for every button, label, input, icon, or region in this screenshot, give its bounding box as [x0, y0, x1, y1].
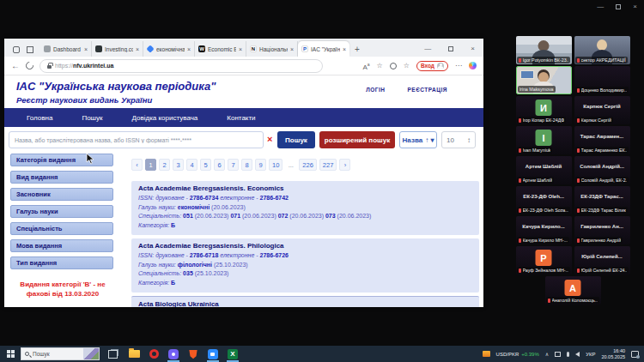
- taskbar-app-viber[interactable]: [167, 347, 179, 361]
- participant-tile[interactable]: IIvan Maryniuk: [516, 126, 572, 154]
- participant-tile[interactable]: Доценко Володимир...: [574, 66, 630, 94]
- pagination-item[interactable]: ...: [285, 159, 296, 171]
- advanced-search-button[interactable]: розширений пошук: [319, 131, 395, 148]
- taskbar-app-brave[interactable]: [187, 347, 199, 361]
- result-title[interactable]: Acta Academiae Beregsasiensis. Philologi…: [138, 242, 472, 250]
- pagination-item[interactable]: 8: [241, 159, 252, 171]
- refresh-icon[interactable]: [24, 60, 35, 71]
- participant-tile[interactable]: Артем ШаблійАртем Шаблій: [516, 156, 572, 184]
- browser-minimize-icon[interactable]: —: [424, 45, 431, 52]
- taskbar-app-file-explorer[interactable]: [128, 347, 140, 361]
- copilot-icon[interactable]: [469, 62, 477, 69]
- browser-tab[interactable]: Dashboard - S×: [40, 41, 92, 57]
- browser-tab[interactable]: економічна е×: [143, 41, 195, 57]
- tab-close-icon[interactable]: ×: [84, 46, 88, 52]
- pagination-item[interactable]: 226: [299, 159, 317, 171]
- filter-button[interactable]: Спеціальність: [10, 222, 113, 235]
- tab-close-icon[interactable]: ×: [239, 46, 242, 52]
- tab-close-icon[interactable]: ×: [187, 46, 191, 52]
- maximize-icon[interactable]: [616, 4, 621, 9]
- result-title[interactable]: Acta Academiae Beregsasiensis. Economics: [138, 184, 472, 192]
- browser-close-icon[interactable]: ×: [471, 45, 475, 52]
- participant-tile[interactable]: ИІгор Копар ЕК-24ДФ: [516, 96, 572, 124]
- pagination-item[interactable]: 227: [319, 159, 337, 171]
- pagination-item[interactable]: 6: [214, 159, 225, 171]
- browser-tab[interactable]: WEconomic Effic×: [195, 41, 246, 57]
- browser-restore-icon[interactable]: [448, 46, 453, 51]
- close-icon[interactable]: ×: [633, 3, 637, 11]
- taskbar-app-opera[interactable]: [148, 347, 160, 361]
- participant-tile[interactable]: Гавриленко Ан...Гавриленко Андрій: [574, 216, 630, 244]
- login-link[interactable]: ЛОГІН: [366, 87, 385, 93]
- display-icon[interactable]: [555, 352, 561, 357]
- pagination-item[interactable]: 4: [186, 159, 197, 171]
- filter-button[interactable]: Мова видання: [10, 239, 113, 252]
- filter-button[interactable]: Тип видання: [10, 256, 113, 269]
- filter-button[interactable]: Галузь науки: [10, 205, 113, 218]
- result-title[interactable]: Acta Biologica Ukrainica: [138, 300, 472, 307]
- language-indicator[interactable]: УКР: [586, 352, 595, 357]
- notification-center-icon[interactable]: [631, 351, 639, 358]
- browser-tab[interactable]: NНаціональний×: [246, 41, 298, 57]
- profile-signin-button[interactable]: Вход: [416, 61, 448, 71]
- participant-tile[interactable]: сектор АКРЕДИТАЦІЇ: [574, 36, 630, 64]
- participant-tile[interactable]: PРауф Зейналов МН-...: [516, 246, 572, 275]
- settings-menu-icon[interactable]: ⋯: [455, 62, 462, 70]
- pagination-item[interactable]: ‹: [131, 159, 143, 171]
- participant-tile[interactable]: AАнатолій Коломоєць...: [545, 276, 601, 305]
- extensions-icon[interactable]: [390, 63, 397, 69]
- favorite-star-icon[interactable]: ☆: [377, 62, 383, 70]
- pagination-item[interactable]: 7: [228, 159, 239, 171]
- participant-tile[interactable]: Irina Maksymova: [516, 66, 572, 94]
- nav-item[interactable]: Довідка користувача: [132, 114, 198, 122]
- register-link[interactable]: РЕЄСТРАЦІЯ: [408, 87, 447, 93]
- participant-tile[interactable]: Карпюк СергійКарпюк Сергій: [574, 96, 630, 124]
- speaker-icon[interactable]: [575, 352, 580, 357]
- search-input[interactable]: [9, 131, 264, 148]
- tab-actions-icon[interactable]: [27, 46, 33, 53]
- microphone-icon[interactable]: [567, 352, 569, 357]
- clear-search-icon[interactable]: ×: [267, 134, 272, 144]
- nav-item[interactable]: Контакти: [227, 114, 255, 122]
- browser-tab[interactable]: Investing.com×: [92, 41, 143, 57]
- pagination-item[interactable]: 2: [159, 159, 170, 171]
- hidden-icons-chevron[interactable]: ∧: [545, 351, 549, 357]
- task-view-button[interactable]: [108, 350, 118, 359]
- nav-item[interactable]: Головна: [27, 114, 52, 122]
- nav-item[interactable]: Пошук: [82, 114, 102, 122]
- participant-tile[interactable]: Соловій Андрій...Соловій Андрій, ЕК-2...: [574, 156, 630, 184]
- search-button[interactable]: Пошук: [277, 131, 315, 148]
- page-size-select[interactable]: 10 ↕: [441, 131, 476, 148]
- start-button[interactable]: [0, 346, 21, 362]
- minimize-icon[interactable]: —: [597, 3, 604, 11]
- taskbar-app-zoom[interactable]: [207, 347, 219, 361]
- clock[interactable]: 16:40 20.05.2025: [601, 348, 625, 360]
- participant-tile[interactable]: ЕК-23ДФ Тарас...ЕК-23ДФ Тарас Білик: [574, 186, 630, 214]
- pagination-item[interactable]: 5: [200, 159, 211, 171]
- pagination-item[interactable]: 1: [145, 159, 156, 171]
- favorites-bar-icon[interactable]: ☆: [404, 62, 410, 70]
- taskbar-app-excel[interactable]: X: [227, 347, 239, 361]
- filter-button[interactable]: Вид видання: [10, 171, 113, 184]
- tab-close-icon[interactable]: ×: [136, 46, 139, 52]
- participant-tile[interactable]: Igor Potyomkin ВК-23...: [516, 36, 572, 64]
- back-icon[interactable]: ←: [11, 61, 20, 70]
- browser-tab[interactable]: PIAC "Українськ×: [298, 41, 349, 57]
- filter-button[interactable]: Категорія видання: [10, 154, 113, 166]
- pagination-item[interactable]: 3: [173, 159, 184, 171]
- url-field[interactable]: https://nfv.ukrintei.ua: [39, 59, 323, 73]
- pagination-item[interactable]: 9: [255, 159, 266, 171]
- new-tab-button[interactable]: +: [355, 45, 360, 54]
- participant-tile[interactable]: Тарас Аврамен...Тарас Авраменко ЕК...: [574, 126, 630, 154]
- participant-tile[interactable]: Качура Кирило...Качура Кирило МН-...: [516, 216, 572, 244]
- participant-tile[interactable]: Юрій Селепей...Юрій Селепей ЕК-24...: [574, 246, 630, 275]
- pagination-item[interactable]: 10: [269, 159, 283, 171]
- sort-dropdown[interactable]: Назва ↑ ▾: [399, 131, 437, 148]
- pagination-item[interactable]: ›: [339, 159, 350, 171]
- workspaces-icon[interactable]: [13, 46, 20, 53]
- tab-close-icon[interactable]: ×: [343, 46, 346, 52]
- participant-tile[interactable]: ЕК-23-ДФ Oleh...ЕК-23-ДФ Oleh Soza...: [516, 186, 572, 214]
- currency-ticker[interactable]: USD/PKR+0.39%: [496, 352, 539, 357]
- read-aloud-icon[interactable]: Aa: [362, 60, 369, 72]
- filter-button[interactable]: Засновник: [10, 188, 113, 201]
